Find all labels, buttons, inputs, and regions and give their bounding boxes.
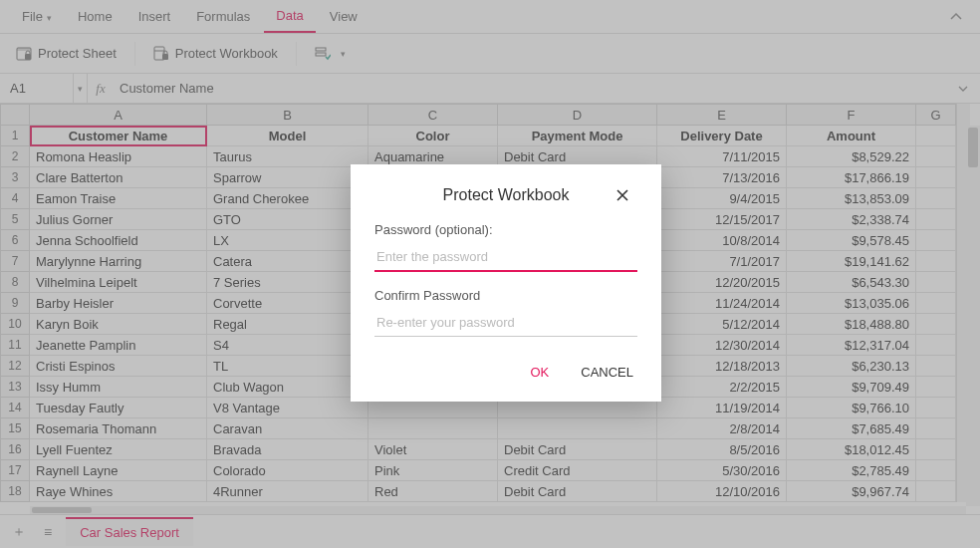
protect-workbook-dialog: Protect Workbook Password (optional): Co…	[351, 164, 661, 402]
close-icon[interactable]	[615, 188, 637, 202]
ok-button[interactable]: OK	[526, 359, 553, 386]
cancel-button[interactable]: CANCEL	[577, 359, 637, 386]
password-input[interactable]	[374, 243, 637, 272]
dialog-title: Protect Workbook	[396, 186, 615, 204]
password-label: Password (optional):	[374, 222, 637, 237]
confirm-password-label: Confirm Password	[374, 288, 637, 303]
confirm-password-input[interactable]	[374, 309, 637, 337]
